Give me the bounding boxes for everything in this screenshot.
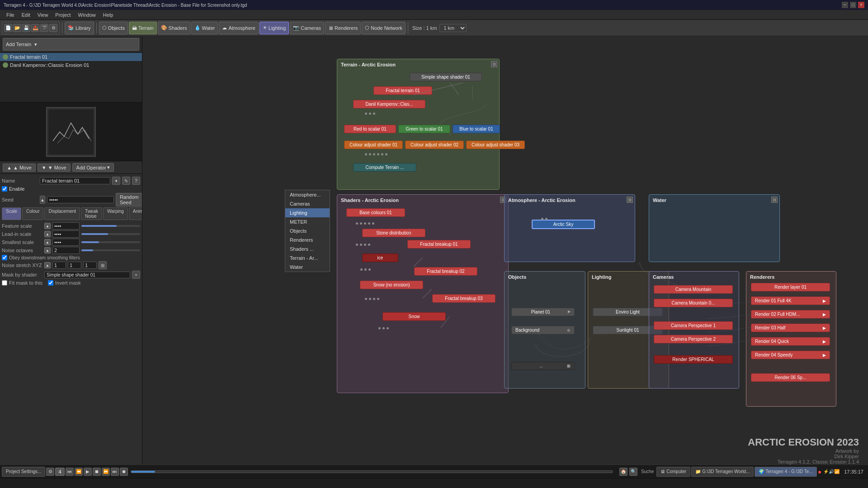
play-icon[interactable]: ▶ (84, 468, 92, 476)
node-fractal-terrain[interactable]: Fractal terrain 01 (373, 86, 432, 95)
tab-colour[interactable]: Colour (22, 207, 43, 220)
open-icon[interactable]: 📂 (13, 24, 21, 32)
noise-octaves-input[interactable] (52, 247, 80, 254)
node-colour-adj3[interactable]: Colour adjust shader 03 (466, 141, 525, 149)
mask-input[interactable] (44, 272, 130, 278)
render-icon[interactable]: 🎬 (40, 24, 48, 32)
node-stone-dist[interactable]: Stone distribution (362, 229, 425, 237)
skip-start-icon[interactable]: ⏮ (66, 468, 74, 476)
ctx-water[interactable]: Water (285, 263, 330, 272)
ctx-terrain[interactable]: Terrain - Ar... (285, 253, 330, 263)
feature-scale-input[interactable] (52, 222, 80, 230)
node-network-btn[interactable]: ⬡ Node Network (362, 22, 406, 34)
next-frame-icon[interactable]: ⏩ (102, 468, 110, 476)
water-expand-btn[interactable]: ⊡ (771, 197, 778, 203)
terrain-item-danil[interactable]: Danil Kamperov::Classic Erosion 01 (0, 61, 142, 69)
taskbar-terragen[interactable]: 🌍 Terragen 4 - G:\3D Te... (755, 467, 816, 477)
node-render-full-hdm[interactable]: Render 02 Full HDM... ▶ (751, 310, 830, 319)
node-green-scalar[interactable]: Green to scalar 01 (398, 125, 450, 133)
feature-scale-track[interactable] (81, 225, 140, 227)
save-icon[interactable]: 💾 (22, 24, 30, 32)
move-down-btn[interactable]: ▼ ▼ Move (38, 164, 71, 172)
add-operator-btn[interactable]: Add Operator ▾ (72, 163, 114, 172)
menu-edit[interactable]: Edit (18, 10, 34, 20)
random-seed-btn[interactable]: Random Seed (116, 193, 142, 206)
record-icon[interactable]: ⏺ (120, 468, 128, 476)
node-background[interactable]: Background ⊕ (511, 326, 575, 334)
lead-in-scale-input[interactable] (52, 230, 80, 238)
new-file-icon[interactable]: 📄 (4, 24, 12, 32)
maximize-btn[interactable]: □ (850, 2, 856, 8)
node-blue-scalar[interactable]: Blue to scalar 01 (453, 125, 500, 133)
size-dropdown[interactable]: 1 km 5 km 10 km (439, 24, 467, 32)
skip-end-icon[interactable]: ⏭ (111, 468, 119, 476)
lead-in-scale-track[interactable] (81, 233, 140, 235)
node-cam-perspective2[interactable]: Camera Perspective 2 (654, 335, 733, 343)
ctx-meter[interactable]: METER (285, 217, 330, 226)
terrain-expand-btn[interactable]: ⊡ (491, 61, 497, 67)
fit-mask-checkbox[interactable] (2, 280, 7, 286)
move-up-btn[interactable]: ▲ ▲ Move (3, 164, 36, 172)
water-btn[interactable]: 💧 Water (191, 22, 218, 34)
node-red-scalar[interactable]: Red to scalar 01 (344, 125, 396, 133)
seed-icon[interactable]: ▲ (40, 196, 45, 204)
search-icon[interactable]: 🔍 (629, 468, 637, 476)
minimize-btn[interactable]: − (842, 2, 848, 8)
menu-help[interactable]: Help (99, 10, 117, 20)
terrain-item-fractal[interactable]: Fractal terrain 01 (0, 53, 142, 61)
menu-file[interactable]: File (3, 10, 18, 20)
seed-input[interactable] (47, 196, 114, 203)
tab-scale[interactable]: Scale (2, 207, 21, 220)
prev-frame-icon[interactable]: ⏪ (75, 468, 83, 476)
node-fractal-break1[interactable]: Fractal breakup 01 (407, 240, 471, 249)
name-icon3[interactable]: ? (132, 177, 140, 185)
lighting-btn[interactable]: ☀ Lighting (259, 22, 289, 34)
ctx-atmosphere[interactable]: Atmosphere... (285, 190, 330, 199)
library-btn[interactable]: 📚 Library (65, 22, 94, 34)
node-snow[interactable]: Snow (382, 312, 446, 321)
tab-tweak[interactable]: Tweak Noise (81, 207, 102, 220)
node-colour-adj1[interactable]: Colour adjust shader 01 (344, 141, 403, 149)
node-view[interactable]: Atmosphere... Cameras Lighting METER Obj… (142, 36, 868, 478)
noise-link-icon[interactable]: ⊞ (99, 261, 107, 269)
search-text[interactable]: Suche (639, 469, 656, 474)
tab-animation[interactable]: Animation (129, 207, 142, 220)
name-input[interactable] (40, 177, 110, 184)
ctx-shaders[interactable]: Shaders ... (285, 244, 330, 253)
noise-x-input[interactable] (52, 262, 66, 269)
export-icon[interactable]: 📤 (31, 24, 39, 32)
atmosphere-btn[interactable]: ☁ Atmosphere (219, 22, 258, 34)
objects-btn[interactable]: ⬡ Objects (99, 22, 128, 34)
node-compute-terrain[interactable]: Compute Terrain ... (353, 163, 416, 172)
start-icon[interactable]: 🏠 (619, 468, 627, 476)
node-base-colours[interactable]: Base colours 01 (346, 208, 405, 217)
noise-z-input[interactable] (83, 262, 97, 269)
node-ice[interactable]: ice (362, 253, 398, 262)
add-terrain-btn[interactable]: Add Terrain ▾ (3, 38, 139, 51)
project-settings-btn[interactable]: Project Settings... (2, 467, 45, 477)
node-render-quick[interactable]: Render 04 Quick ▶ (751, 337, 830, 346)
noise-octaves-track[interactable] (81, 249, 140, 251)
invert-mask-checkbox[interactable] (48, 280, 53, 286)
node-render-speedy[interactable]: Render 04 Speedy ▶ (751, 351, 830, 359)
taskbar-computer[interactable]: 🖥 Computer (656, 467, 690, 477)
menu-project[interactable]: Project (52, 10, 74, 20)
taskbar-folder[interactable]: 📁 G:\3D Terragen World... (691, 467, 754, 477)
stop-icon[interactable]: ⏹ (93, 468, 101, 476)
ctx-objects[interactable]: Objects (285, 226, 330, 235)
node-danil-class[interactable]: Danil Kamperov::Clas... (353, 100, 425, 108)
menu-view[interactable]: View (34, 10, 52, 20)
menu-window[interactable]: Window (75, 10, 99, 20)
settings-icon[interactable]: ⚙ (49, 24, 57, 32)
renderers-btn[interactable]: 🖥 Renderers (325, 22, 361, 34)
smallest-scale-track[interactable] (81, 241, 140, 243)
smallest-scale-input[interactable] (52, 239, 80, 246)
node-planet[interactable]: Planet 01 ▶ (511, 308, 575, 316)
node-render-06[interactable]: Render 06 Sp... (751, 373, 830, 382)
node-render-layer[interactable]: Render layer 01 (751, 283, 830, 291)
shaders-btn[interactable]: 🎨 Shaders (158, 22, 190, 34)
mask-pick-icon[interactable]: + (132, 271, 140, 279)
ctx-lighting[interactable]: Lighting (285, 208, 330, 217)
close-btn[interactable]: × (858, 2, 864, 8)
node-render-full-4k[interactable]: Render 01 Full 4K ▶ (751, 296, 830, 305)
